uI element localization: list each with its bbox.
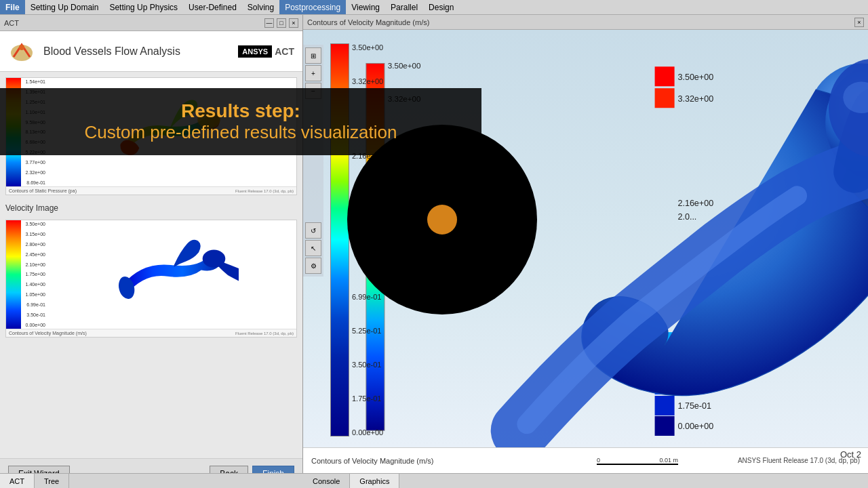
oct-label: Oct 2 — [840, 449, 861, 460]
svg-text:2.16e+00: 2.16e+00 — [677, 199, 713, 208]
scale-right-label: 0.01 m — [659, 457, 678, 464]
act-badge: ACT — [275, 46, 294, 57]
svg-text:0.00e+00: 0.00e+00 — [677, 422, 713, 431]
ansys-badge: ANSYS — [238, 45, 272, 58]
project-title: Blood Vessels Flow Analysis — [43, 45, 238, 58]
scale-bar: 0 0.01 m — [597, 457, 678, 465]
logo-icon — [8, 38, 35, 65]
act-titlebar: ACT — □ × — [0, 15, 302, 31]
svg-rect-10 — [655, 88, 675, 108]
graphics-tab[interactable]: Graphics — [350, 474, 399, 488]
right-close-button[interactable]: × — [854, 18, 864, 27]
svg-rect-20 — [655, 396, 675, 415]
menu-user-defined[interactable]: User-Defined — [183, 0, 242, 14]
menu-viewing[interactable]: Viewing — [346, 0, 385, 14]
overlay-line1: Results step: — [20, 100, 461, 122]
gold-dot — [427, 205, 457, 235]
scale-line — [597, 464, 678, 465]
logo-area: Blood Vessels Flow Analysis ANSYS ACT — [0, 31, 302, 72]
act-tab[interactable]: ACT — [0, 474, 35, 488]
pressure-panel-footer: Contours of Static Pressure (pa) Fluent … — [6, 186, 296, 195]
svg-text:3.32e+00: 3.32e+00 — [677, 94, 713, 104]
close-button[interactable]: × — [289, 18, 298, 28]
velocity-vessel-svg — [103, 227, 239, 322]
zoom-fit-button[interactable]: ⊞ — [305, 47, 321, 64]
velocity-label: Velocity Image — [5, 201, 297, 214]
velocity-image-panel: 3.50e+00 3.15e+00 2.80e+00 2.45e+00 2.10… — [5, 220, 297, 338]
bottom-tabs: ACT Tree — [0, 473, 303, 488]
viz-toolbar: ⊞ + − ↺ ↖ ⚙ — [303, 45, 323, 277]
right-title: Contours of Velocity Magnitude (m/s) — [307, 18, 429, 26]
menu-postprocessing[interactable]: Postprocessing — [279, 0, 346, 14]
scale-left-label: 0 — [597, 457, 600, 464]
svg-text:1.75e-01: 1.75e-01 — [677, 401, 711, 411]
overlay-banner: Results step: Custom pre-defined results… — [0, 88, 481, 155]
velocity-labels: 3.50e+00 3.15e+00 2.80e+00 2.45e+00 2.10… — [21, 220, 45, 329]
minimize-button[interactable]: — — [264, 18, 274, 28]
velocity-panel-footer: Contours of Velocity Magnitude (m/s) Flu… — [6, 329, 296, 337]
menu-bar: File Setting Up Domain Setting Up Physic… — [0, 0, 868, 15]
velocity-colorbar — [6, 220, 21, 329]
svg-text:2.0...: 2.0... — [677, 212, 696, 222]
zoom-in-button[interactable]: + — [305, 65, 321, 81]
maximize-button[interactable]: □ — [277, 18, 286, 28]
select-button[interactable]: ↖ — [305, 240, 321, 256]
act-title-label: ACT — [4, 19, 19, 27]
settings-button[interactable]: ⚙ — [305, 258, 321, 274]
left-panel: ACT — □ × Blood Vessels Flow Analysis AN… — [0, 15, 303, 488]
right-titlebar: Contours of Velocity Magnitude (m/s) × — [303, 15, 868, 30]
overlay-line2: Custom pre-defined results visualization — [20, 122, 461, 143]
right-panel: Contours of Velocity Magnitude (m/s) × ⊞… — [303, 15, 868, 488]
right-bottom-tabs: Console Graphics — [303, 473, 868, 488]
tree-tab[interactable]: Tree — [35, 474, 69, 488]
velocity-vessel-view — [45, 220, 296, 329]
svg-rect-22 — [655, 416, 675, 436]
menu-parallel[interactable]: Parallel — [385, 0, 423, 14]
menu-setting-physics[interactable]: Setting Up Physics — [104, 0, 183, 14]
file-menu[interactable]: File — [0, 0, 25, 14]
svg-text:3.50e+00: 3.50e+00 — [388, 61, 421, 70]
svg-text:3.50e+00: 3.50e+00 — [677, 73, 713, 82]
console-tab[interactable]: Console — [303, 474, 350, 488]
menu-design[interactable]: Design — [423, 0, 459, 14]
rotate-button[interactable]: ↺ — [305, 222, 321, 239]
svg-point-1 — [19, 45, 24, 50]
menu-solving[interactable]: Solving — [242, 0, 279, 14]
viz-bottom-bar: Contours of Velocity Magnitude (m/s) 0 0… — [303, 447, 868, 473]
menu-setting-domain[interactable]: Setting Up Domain — [25, 0, 104, 14]
svg-rect-8 — [655, 66, 675, 86]
